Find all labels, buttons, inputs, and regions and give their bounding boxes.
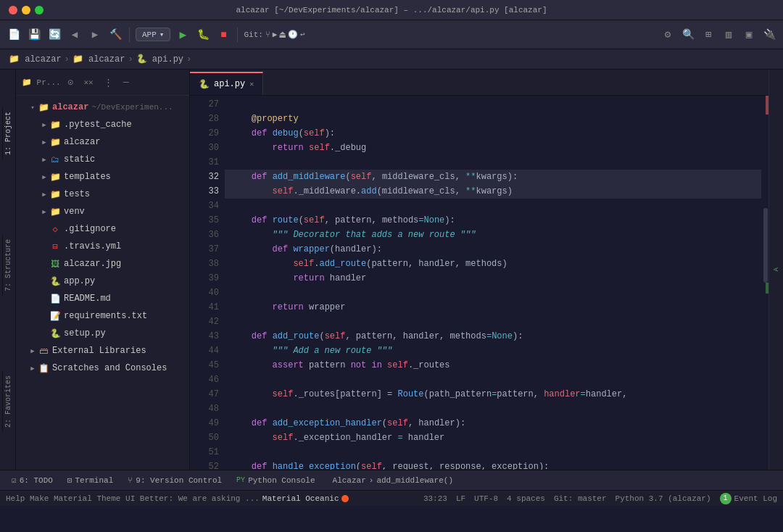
panel-menu-icon[interactable]: ⋮ xyxy=(101,75,116,90)
status-help-text[interactable]: Help Make Material Theme UI Better: We a… xyxy=(6,494,349,503)
git-branch-icon: ⑂ xyxy=(265,30,270,39)
new-file-icon[interactable]: 📄 xyxy=(6,27,22,43)
plugin-icon[interactable]: 🔌 xyxy=(761,27,777,43)
req-icon: 📝 xyxy=(49,310,61,322)
scrollbar-right[interactable] xyxy=(761,96,768,470)
ln-33: 33 xyxy=(190,184,219,199)
help-text: Help Make Material Theme UI Better: We a… xyxy=(6,494,260,503)
close-button[interactable] xyxy=(9,6,17,14)
locate-icon[interactable]: ⊙ xyxy=(65,75,77,90)
terminal-icon: ⊡ xyxy=(67,475,72,485)
project-panel: 📁 Pr... ⊙ ✕✕ ⋮ — ▾ 📁 alcazar ~/DevExperi… xyxy=(16,70,190,470)
tree-item-readme[interactable]: ▶ 📄 README.md xyxy=(16,290,189,307)
tree-item-jpg[interactable]: ▶ 🖼 alcazar.jpg xyxy=(16,255,189,273)
venv-arrow: ▶ xyxy=(39,207,49,217)
apppy-icon: 🐍 xyxy=(49,275,61,287)
sidebar-favorites-tab[interactable]: 2: Favorites xyxy=(2,371,14,432)
extlibs-arrow: ▶ xyxy=(28,346,38,356)
window-title: alcazar [~/DevExperiments/alcazar] – ...… xyxy=(236,6,547,14)
sidebar-structure-tab[interactable]: 7: Structure xyxy=(2,235,14,296)
sidebar-project-tab[interactable]: 1: Project xyxy=(2,107,14,159)
tree-item-tests[interactable]: ▶ 📁 tests xyxy=(16,186,189,203)
status-charset[interactable]: UTF-8 xyxy=(474,493,498,504)
alcazar-label: alcazar xyxy=(64,137,100,147)
tab-close-icon[interactable]: ✕ xyxy=(249,80,254,88)
settings-icon[interactable]: ⚙ xyxy=(660,27,676,43)
status-indent[interactable]: 4 spaces xyxy=(507,493,545,504)
tree-item-templates[interactable]: ▶ 📁 templates xyxy=(16,168,189,186)
code-line-36: """ Decorator that adds a new route """ xyxy=(225,228,761,242)
code-line-44: """ Add a new route """ xyxy=(225,344,761,358)
tree-item-pytest[interactable]: ▶ 📁 .pytest_cache xyxy=(16,116,189,133)
breadcrumb-folder[interactable]: 📁 alcazar xyxy=(72,54,125,65)
tree-item-venv[interactable]: ▶ 📁 venv xyxy=(16,203,189,220)
sync-icon[interactable]: 🔄 xyxy=(46,27,62,43)
tree-item-setup[interactable]: ▶ 🐍 setup.py xyxy=(16,325,189,342)
kw-not: not in xyxy=(351,358,387,373)
ln-48: 48 xyxy=(190,402,219,416)
status-position[interactable]: 33:23 xyxy=(423,493,447,504)
kwarg-path-pattern: path_pattern xyxy=(429,387,492,402)
bottom-tab-vcs[interactable]: ⑂ 9: Version Control xyxy=(122,475,228,486)
bottom-tab-python[interactable]: PY Python Console xyxy=(231,475,320,486)
ln-40: 40 xyxy=(190,286,219,300)
breadcrumb-root[interactable]: 📁 alcazar xyxy=(9,54,62,65)
save-icon[interactable]: 💾 xyxy=(26,27,42,43)
fn-route: route xyxy=(273,213,299,228)
breadcrumb-file[interactable]: 🐍 api.py xyxy=(136,54,183,65)
tree-item-travis[interactable]: ▶ ⊟ .travis.yml xyxy=(16,238,189,255)
stop-button[interactable]: ■ xyxy=(215,27,231,43)
collapse-icon[interactable]: ✕✕ xyxy=(80,76,96,88)
scrollbar-thumb xyxy=(763,208,768,283)
tab-apipy[interactable]: 🐍 api.py ✕ xyxy=(190,72,263,95)
tree-item-apppy[interactable]: ▶ 🐍 app.py xyxy=(16,273,189,290)
code-line-28: @property xyxy=(225,112,761,126)
bottom-tab-terminal[interactable]: ⊡ Terminal xyxy=(62,474,119,486)
run-config-dropdown[interactable]: APP ▾ xyxy=(136,28,170,41)
back-icon[interactable]: ◀ xyxy=(67,27,83,43)
bottom-tab-todo[interactable]: ☑ 6: TODO xyxy=(6,474,59,486)
tree-item-extlibs[interactable]: ▶ 🗃 External Libraries xyxy=(16,342,189,359)
pytest-arrow: ▶ xyxy=(39,120,49,130)
breadcrumb-sep1: › xyxy=(65,54,70,65)
tree-item-gitignore[interactable]: ▶ ◇ .gitignore xyxy=(16,220,189,238)
breadcrumb-sep2: › xyxy=(128,54,133,65)
layout-icon[interactable]: ⊞ xyxy=(700,27,716,43)
tests-arrow: ▶ xyxy=(39,189,49,199)
self-33: self xyxy=(273,184,294,199)
attr-middleware: _middleware xyxy=(299,184,356,199)
tab-icon: 🐍 xyxy=(199,79,210,90)
code-line-35: def route(self, pattern, methods=None): xyxy=(225,213,761,228)
self-50: self xyxy=(273,431,294,445)
forward-icon[interactable]: ▶ xyxy=(87,27,103,43)
run-button[interactable]: ▶ xyxy=(175,27,191,43)
panel-minimize-icon[interactable]: — xyxy=(120,75,132,89)
ln-52: 52 xyxy=(190,460,219,470)
status-lf[interactable]: LF xyxy=(456,493,465,504)
tree-item-static[interactable]: ▶ 🗂 static xyxy=(16,151,189,168)
tree-item-requirements[interactable]: ▶ 📝 requirements.txt xyxy=(16,307,189,325)
terminal-icon[interactable]: ▣ xyxy=(741,27,757,43)
self-35: self xyxy=(304,213,325,228)
fn-add-route: add_route xyxy=(273,329,320,344)
git-history-icon: 🕐 xyxy=(288,30,298,39)
search-icon[interactable]: 🔍 xyxy=(680,27,696,43)
tree-item-alcazar[interactable]: ▶ 📁 alcazar xyxy=(16,133,189,151)
debug-button[interactable]: 🐛 xyxy=(195,27,211,43)
tree-item-scratches[interactable]: ▶ 📋 Scratches and Consoles xyxy=(16,359,189,377)
val-wrapper: wrapper xyxy=(309,300,345,315)
maximize-button[interactable] xyxy=(35,6,44,14)
status-event-log[interactable]: 1 Event Log xyxy=(720,493,777,504)
status-python[interactable]: Python 3.7 (alcazar) xyxy=(616,493,711,504)
git-label: Git: xyxy=(244,30,262,39)
tree-root[interactable]: ▾ 📁 alcazar ~/DevExperimen... xyxy=(16,99,189,116)
theme-label: Material Oceanic xyxy=(262,494,339,503)
self-29: self xyxy=(304,126,325,141)
minimize-button[interactable] xyxy=(22,6,30,14)
self-32: self xyxy=(351,170,372,184)
vcs-icon[interactable]: ▥ xyxy=(721,27,737,43)
build-icon[interactable]: 🔨 xyxy=(107,27,123,43)
kw-def-29: def xyxy=(252,126,273,141)
git-push-icon: ▶ xyxy=(273,30,278,39)
status-git[interactable]: Git: master xyxy=(554,493,607,504)
